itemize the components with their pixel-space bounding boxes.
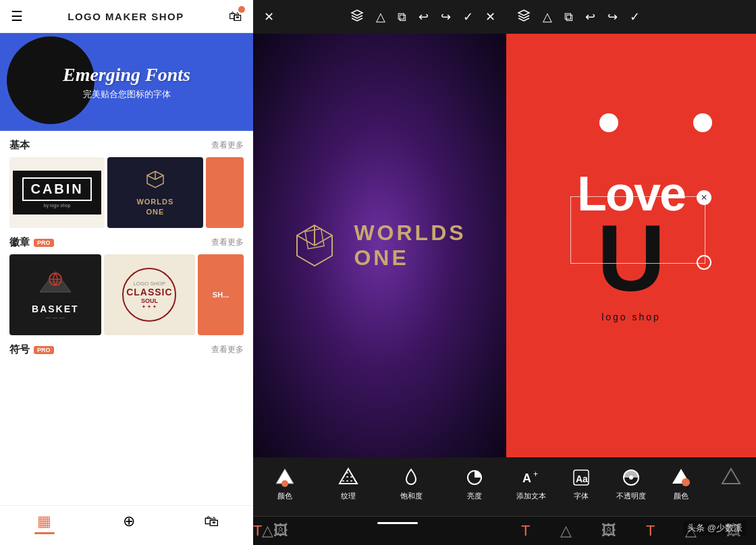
right-copy-icon[interactable]: ⧉ (564, 10, 573, 24)
saturation-tool[interactable]: 饱和度 (394, 467, 428, 501)
cart-badge (238, 6, 245, 13)
layers-icon[interactable] (350, 9, 364, 26)
right-check-icon[interactable]: ✓ (630, 9, 640, 24)
right-nav-text2[interactable]: T (646, 522, 655, 540)
font-icon: Aa (570, 467, 592, 488)
redo-icon[interactable]: ↪ (441, 9, 451, 24)
nav-projects[interactable]: 🛍 (204, 513, 219, 534)
brightness-label: 亮度 (467, 491, 482, 501)
basic-section-title: 基本 (9, 139, 30, 152)
addtext-label: 添加文本 (516, 491, 546, 501)
cabin-sub: by logo shop (44, 203, 71, 208)
close-handle[interactable]: ✕ (697, 190, 711, 205)
right-layers-icon[interactable] (517, 9, 531, 26)
cart-icon[interactable]: 🛍 (229, 9, 242, 24)
right-nav-triangle[interactable]: △ (560, 522, 572, 540)
right-color-tool[interactable]: 颜色 (664, 467, 698, 501)
nav-templates[interactable]: ▦ (34, 513, 55, 534)
close-icon[interactable]: ✕ (264, 9, 274, 24)
mid-toolbar: ✕ △ ⧉ ↩ ↪ ✓ ✕ (253, 0, 506, 34)
svg-text:A: A (522, 471, 531, 485)
partial-card[interactable] (206, 157, 244, 228)
soul-content: LOGO SHOP CLASSIC SOUL ✦ ✦ ✦ (117, 254, 182, 335)
undo-icon[interactable]: ↩ (418, 9, 429, 24)
right-redo-icon[interactable]: ↪ (608, 9, 618, 24)
left-panel: ☰ LOGO MAKER SHOP 🛍 Emerging Fonts 完美贴合您… (0, 0, 253, 545)
nav-add[interactable]: ⊕ (123, 513, 135, 534)
font-tool[interactable]: Aa 字体 (564, 467, 598, 501)
badge-more-button[interactable]: 查看更多 (211, 237, 244, 248)
color-icon (274, 467, 296, 488)
svg-line-3 (155, 175, 163, 179)
x-icon[interactable]: ✕ (485, 9, 495, 24)
selection-box: ✕ (570, 196, 705, 264)
right-color-icon (670, 467, 692, 488)
color-tool[interactable]: 颜色 (268, 467, 302, 501)
extra-icon (720, 467, 742, 488)
bottom-nav: ▦ ⊕ 🛍 (0, 505, 253, 545)
right-bottom-tools: A + 添加文本 Aa 字体 (506, 457, 756, 516)
scroll-content: 基本 查看更多 CABIN by logo shop (0, 131, 253, 505)
color-label: 颜色 (277, 491, 292, 501)
svg-marker-24 (722, 469, 740, 484)
brightness-icon (464, 467, 485, 488)
basic-more-button[interactable]: 查看更多 (211, 140, 244, 151)
svg-line-2 (147, 175, 155, 179)
worlds-text: WORLDSONE (136, 197, 173, 217)
right-nav-text1[interactable]: T (521, 522, 530, 540)
nav-active-bar (34, 532, 55, 534)
badge-logo-grid: BASKET — — — LOGO SHOP CLASSIC SOUL ✦ ✦ … (9, 254, 244, 335)
cabin-inner: CABIN by logo shop (13, 171, 101, 214)
check-icon[interactable]: ✓ (463, 9, 473, 24)
worlds-card[interactable]: WORLDSONE (107, 157, 202, 228)
right-toolbar-left: △ ⧉ ↩ ↪ ✓ (517, 9, 640, 26)
mid-tools-row: 颜色 (253, 463, 506, 505)
opacity-label: 不透明度 (616, 491, 646, 501)
copy-icon[interactable]: ⧉ (398, 10, 406, 24)
mid-logo-line2: ONE (354, 246, 466, 270)
svg-text:+: + (533, 469, 538, 479)
mid-logo-text: WORLDS ONE (354, 221, 466, 270)
addtext-tool[interactable]: A + 添加文本 (514, 467, 548, 501)
app-title: LOGO MAKER SHOP (68, 11, 184, 22)
symbol-more-button[interactable]: 查看更多 (211, 344, 244, 355)
right-canvas: Love U ✕ logo shop (506, 34, 756, 457)
right-color-label: 颜色 (674, 491, 688, 501)
watermark: 头条 @少数派 (683, 521, 747, 536)
resize-handle[interactable] (697, 255, 711, 270)
mid-nav-text[interactable]: T (253, 522, 262, 540)
shield-card[interactable]: SH... (198, 254, 244, 335)
basket-card[interactable]: BASKET — — — (9, 254, 101, 335)
soul-card[interactable]: LOGO SHOP CLASSIC SOUL ✦ ✦ ✦ (104, 254, 196, 335)
opacity-tool[interactable]: 不透明度 (614, 467, 648, 501)
right-triangle-icon[interactable]: △ (543, 9, 552, 24)
extra-tool[interactable] (714, 467, 748, 501)
texture-tool[interactable]: 纹理 (331, 467, 365, 501)
cabin-card[interactable]: CABIN by logo shop (9, 157, 105, 228)
symbol-section-header: 符号 PRO 查看更多 (9, 343, 244, 356)
mid-cube-icon (293, 222, 340, 269)
mid-logo-line1: WORLDS (354, 221, 466, 246)
mid-nav: T △ 🖼 (253, 516, 506, 545)
mid-nav-image[interactable]: 🖼 (273, 522, 288, 540)
banner: Emerging Fonts 完美贴合您图标的字体 (0, 33, 253, 131)
right-toolbar: △ ⧉ ↩ ↪ ✓ (506, 0, 756, 34)
pro-badge: PRO (34, 239, 54, 247)
projects-icon: 🛍 (204, 513, 219, 530)
svg-point-9 (281, 480, 288, 487)
mid-bottom-tools: 颜色 (253, 457, 506, 516)
font-label: 字体 (574, 491, 589, 501)
add-icon: ⊕ (123, 513, 135, 530)
opacity-icon (620, 467, 642, 488)
basket-content: BASKET — — — (32, 254, 79, 335)
mid-canvas: WORLDS ONE (253, 34, 506, 457)
love-u-wrap: Love U ✕ (577, 169, 685, 298)
triangle-icon[interactable]: △ (376, 9, 385, 24)
brightness-tool[interactable]: 亮度 (458, 467, 491, 501)
templates-icon: ▦ (37, 513, 51, 530)
symbol-section: 符号 PRO 查看更多 (0, 343, 253, 368)
right-undo-icon[interactable]: ↩ (585, 9, 595, 24)
menu-icon[interactable]: ☰ (11, 8, 23, 24)
mid-nav-triangle[interactable]: △ (262, 522, 273, 540)
right-nav-image[interactable]: 🖼 (601, 522, 616, 540)
